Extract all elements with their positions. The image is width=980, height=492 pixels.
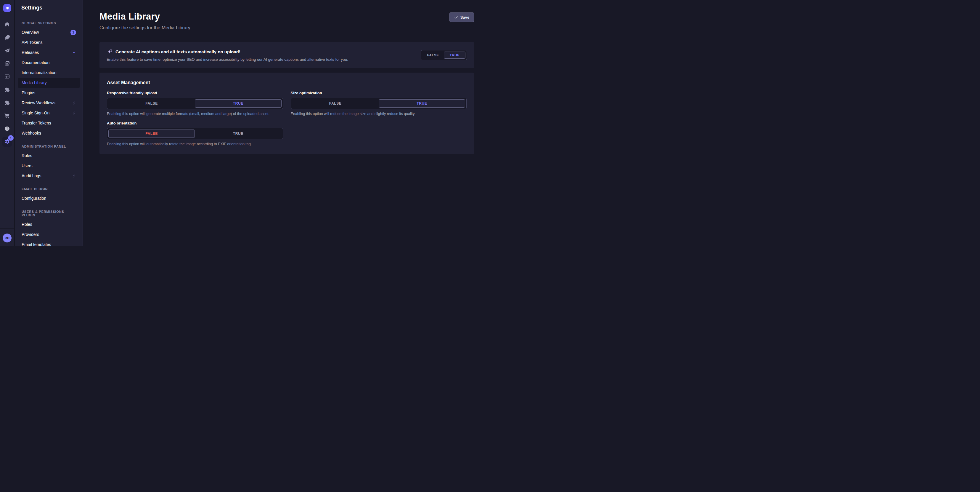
nav-section-global-settings: GLOBAL SETTINGSOverview1API TokensReleas… — [18, 19, 80, 138]
sidebar-item-label: Releases — [22, 50, 39, 55]
sidebar-item-label: Users — [22, 163, 33, 168]
field-hint: Enabling this option will automatically … — [107, 142, 283, 146]
sidebar-item-label: Audit Logs — [22, 173, 41, 178]
rail-logo-area — [0, 0, 14, 16]
sidebar-item-label: Roles — [22, 222, 32, 227]
nav-section-email-plugin: EMAIL PLUGINConfiguration — [18, 185, 80, 203]
cart-icon — [4, 113, 10, 118]
ai-captions-true-option[interactable]: TRUE — [444, 51, 465, 59]
ai-banner-text: Generate AI captions and alt texts autom… — [107, 49, 348, 62]
sidebar-item-label: Media Library — [22, 80, 47, 85]
ai-banner-description: Enable this feature to save time, optimi… — [107, 57, 348, 62]
lightning-icon — [72, 111, 76, 115]
sidebar-item-label: Configuration — [22, 196, 46, 201]
rail-item-gear[interactable]: 1 — [1, 135, 14, 148]
rail-item-puzzle[interactable] — [1, 83, 14, 96]
settings-sidebar-header: Settings — [15, 0, 83, 16]
sparkle-icon — [107, 49, 113, 55]
sidebar-item-internationalization[interactable]: Internationalization — [18, 67, 80, 78]
lightning-icon — [72, 101, 76, 105]
auto-orientation-true-option[interactable]: TRUE — [195, 129, 281, 138]
asset-management-panel: Asset Management Responsive friendly upl… — [99, 73, 474, 154]
size-optimization-false-option[interactable]: FALSE — [292, 99, 379, 108]
field-responsive-friendly-upload: Responsive friendly uploadFALSETRUEEnabl… — [107, 91, 283, 116]
sidebar-item-providers[interactable]: Providers — [18, 229, 80, 240]
settings-sidebar-body: GLOBAL SETTINGSOverview1API TokensReleas… — [15, 16, 83, 246]
sidebar-item-media-library[interactable]: Media Library — [18, 78, 80, 88]
ai-banner-title: Generate AI captions and alt texts autom… — [116, 49, 240, 54]
rail-nav: 1 — [1, 18, 14, 148]
paper-plane-icon — [5, 48, 10, 53]
rail-item-layout[interactable] — [1, 70, 14, 83]
settings-sidebar: Settings GLOBAL SETTINGSOverview1API Tok… — [15, 0, 83, 246]
sidebar-item-webhooks[interactable]: Webhooks — [18, 128, 80, 138]
save-button-label: Save — [460, 15, 469, 19]
lightning-icon — [72, 174, 76, 178]
rail-item-cart[interactable] — [1, 109, 14, 122]
puzzle-icon — [4, 86, 10, 93]
images-icon — [4, 61, 10, 66]
sidebar-item-label: Webhooks — [22, 131, 41, 136]
page-title-block: Media Library Configure the settings for… — [99, 11, 190, 31]
responsive-friendly-upload-true-option[interactable]: TRUE — [195, 99, 281, 108]
ai-captions-false-option[interactable]: FALSE — [422, 51, 444, 59]
auto-orientation-toggle: FALSETRUE — [107, 128, 283, 139]
field-hint: Enabling this option will generate multi… — [107, 112, 283, 116]
nav-section-administration-panel: ADMINISTRATION PANELRolesUsersAudit Logs — [18, 143, 80, 181]
ai-toggle-slot: FALSETRUE — [421, 50, 467, 60]
rail-item-info[interactable] — [1, 122, 14, 135]
asset-management-grid: Responsive friendly uploadFALSETRUEEnabl… — [107, 91, 467, 146]
rail-item-paper-plane[interactable] — [1, 44, 14, 57]
responsive-friendly-upload-false-option[interactable]: FALSE — [108, 99, 195, 108]
nav-section-label: GLOBAL SETTINGS — [18, 19, 80, 27]
sidebar-item-transfer-tokens[interactable]: Transfer Tokens — [18, 118, 80, 128]
asset-management-title: Asset Management — [107, 80, 467, 85]
layout-icon — [4, 73, 10, 80]
avatar[interactable]: RD — [3, 233, 11, 243]
strapi-logo[interactable] — [3, 4, 11, 12]
size-optimization-true-option[interactable]: TRUE — [379, 99, 465, 108]
check-icon — [454, 15, 458, 19]
rail-item-home[interactable] — [1, 18, 14, 31]
rail-item-puzzle-2[interactable] — [1, 96, 14, 109]
sidebar-item-label: Single Sign-On — [22, 110, 49, 115]
sidebar-item-label: Plugins — [22, 90, 35, 95]
strapi-logo-icon — [5, 5, 10, 11]
sidebar-item-documentation[interactable]: Documentation — [18, 58, 80, 67]
sidebar-item-label: Overview — [22, 30, 39, 35]
sidebar-item-single-sign-on[interactable]: Single Sign-On — [18, 108, 80, 118]
auto-orientation-false-option[interactable]: FALSE — [108, 129, 195, 138]
sidebar-item-overview[interactable]: Overview1 — [18, 27, 80, 37]
field-auto-orientation: Auto orientationFALSETRUEEnabling this o… — [107, 121, 283, 146]
rail-item-images[interactable] — [1, 57, 14, 70]
nav-section-label: EMAIL PLUGIN — [18, 185, 80, 193]
page-title: Media Library — [99, 11, 190, 22]
nav-section-label: USERS & PERMISSIONS PLUGIN — [18, 208, 80, 219]
lightning-icon — [72, 51, 76, 54]
save-button[interactable]: Save — [449, 13, 474, 22]
info-icon — [4, 126, 10, 132]
sidebar-item-api-tokens[interactable]: API Tokens — [18, 37, 80, 48]
ai-captions-toggle: FALSETRUE — [421, 50, 467, 60]
home-icon — [4, 21, 10, 27]
sidebar-item-plugins[interactable]: Plugins — [18, 88, 80, 98]
rail-item-feather[interactable] — [1, 31, 14, 44]
sidebar-item-label: Transfer Tokens — [22, 121, 51, 125]
main-content: Media Library Configure the settings for… — [83, 0, 490, 246]
sidebar-item-label: API Tokens — [22, 40, 43, 45]
sidebar-item-roles[interactable]: Roles — [18, 150, 80, 161]
sidebar-item-email-templates[interactable]: Email templates — [18, 240, 80, 246]
sidebar-item-configuration[interactable]: Configuration — [18, 193, 80, 203]
field-hint: Enabling this option will reduce the ima… — [291, 112, 467, 116]
sidebar-item-roles[interactable]: Roles — [18, 219, 80, 229]
sidebar-item-review-workflows[interactable]: Review Workflows — [18, 98, 80, 108]
notifications-badge: 1 — [8, 135, 14, 141]
sidebar-item-users[interactable]: Users — [18, 161, 80, 171]
feather-icon — [5, 35, 10, 40]
size-optimization-toggle: FALSETRUE — [291, 98, 467, 109]
rail-bottom: RD — [0, 228, 14, 246]
sidebar-item-releases[interactable]: Releases — [18, 48, 80, 58]
main-nav-rail: 1 RD — [0, 0, 14, 246]
sidebar-item-audit-logs[interactable]: Audit Logs — [18, 171, 80, 181]
sidebar-item-label: Internationalization — [22, 70, 57, 75]
